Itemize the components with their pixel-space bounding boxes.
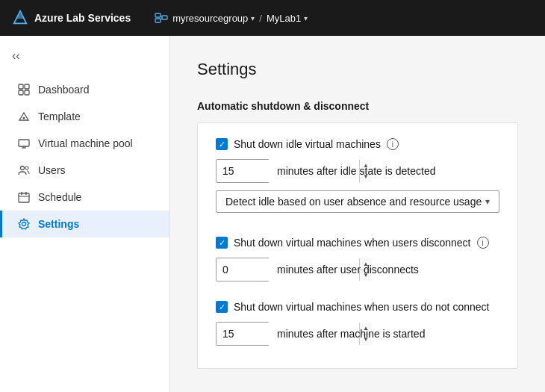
topnav: Azure Lab Services myresourcegroup ▾ / M… (0, 0, 545, 36)
sidebar-label-vm-pool: Virtual machine pool (38, 137, 133, 149)
lab-chevron-icon: ▾ (304, 14, 308, 22)
disconnect-shutdown-info-icon[interactable]: i (477, 237, 489, 249)
idle-minutes-label: minutes after idle state is detected (277, 165, 435, 177)
sidebar-label-dashboard: Dashboard (38, 84, 90, 96)
app-logo: Azure Lab Services (12, 10, 131, 26)
vm-pool-icon (17, 137, 31, 150)
sidebar-nav: Dashboard Template Virtual machine pool … (0, 76, 169, 237)
idle-shutdown-checkbox[interactable] (216, 138, 228, 150)
settings-card: Shut down idle virtual machines i ▲ ▼ mi… (197, 122, 518, 369)
idle-shutdown-label: Shut down idle virtual machines (234, 138, 381, 150)
sidebar-label-schedule: Schedule (38, 191, 81, 203)
svg-point-21 (22, 223, 26, 226)
idle-detect-dropdown-value: Detect idle based on user absence and re… (225, 196, 482, 208)
disconnect-shutdown-row: Shut down virtual machines when users di… (216, 237, 499, 249)
azure-logo-icon (12, 10, 28, 26)
breadcrumb-separator: / (259, 13, 262, 24)
sidebar-label-template: Template (38, 111, 81, 122)
svg-rect-2 (155, 13, 161, 17)
schedule-icon (17, 190, 31, 204)
sidebar-item-dashboard[interactable]: Dashboard (0, 76, 169, 103)
breadcrumb-lab[interactable]: MyLab1 ▾ (267, 13, 308, 24)
app-name: Azure Lab Services (34, 12, 131, 24)
no-connect-minutes-label: minutes after machine is started (277, 328, 425, 340)
svg-point-16 (25, 167, 28, 169)
sidebar-item-settings[interactable]: Settings (0, 211, 169, 237)
idle-detect-dropdown[interactable]: Detect idle based on user absence and re… (216, 190, 499, 213)
users-icon (17, 164, 31, 177)
idle-minutes-row: ▲ ▼ minutes after idle state is detected (216, 159, 499, 183)
svg-rect-4 (162, 16, 167, 19)
sidebar-label-users: Users (38, 164, 66, 176)
svg-point-11 (23, 117, 25, 119)
svg-rect-12 (19, 140, 29, 146)
disconnect-shutdown-label: Shut down virtual machines when users di… (234, 237, 471, 249)
sidebar-item-vm-pool[interactable]: Virtual machine pool (0, 130, 169, 157)
main-content: Settings Automatic shutdown & disconnect… (170, 36, 545, 392)
svg-rect-9 (19, 90, 23, 95)
settings-icon (17, 217, 31, 231)
resource-group-icon (155, 13, 168, 23)
svg-rect-3 (155, 19, 161, 22)
section-title-auto-shutdown: Automatic shutdown & disconnect (197, 100, 518, 112)
no-connect-shutdown-checkbox[interactable] (216, 301, 228, 313)
sidebar-collapse-button[interactable]: ‹‹ (0, 42, 169, 70)
no-connect-shutdown-row: Shut down virtual machines when users do… (216, 301, 499, 313)
disconnect-minutes-row: ▲ ▼ minutes after user disconnects (216, 258, 499, 281)
template-icon (17, 110, 31, 123)
svg-point-15 (21, 167, 25, 170)
disconnect-minutes-input-group[interactable]: ▲ ▼ (216, 258, 270, 281)
breadcrumb: myresourcegroup ▾ / MyLab1 ▾ (155, 13, 308, 24)
svg-rect-17 (19, 193, 29, 202)
dashboard-icon (17, 83, 31, 96)
disconnect-shutdown-checkbox[interactable] (216, 237, 228, 249)
resource-group-chevron-icon: ▾ (251, 14, 255, 22)
main-layout: ‹‹ Dashboard Template Virtual machine po… (0, 36, 545, 392)
sidebar: ‹‹ Dashboard Template Virtual machine po… (0, 36, 170, 392)
svg-rect-7 (19, 84, 23, 89)
breadcrumb-resource-group[interactable]: myresourcegroup ▾ (172, 13, 255, 24)
divider-2 (216, 289, 499, 301)
idle-minutes-input-group[interactable]: ▲ ▼ (216, 159, 270, 183)
sidebar-item-template[interactable]: Template (0, 103, 169, 130)
no-connect-minutes-input-group[interactable]: ▲ ▼ (216, 322, 270, 346)
disconnect-minutes-label: minutes after user disconnects (277, 264, 419, 276)
divider-1 (216, 225, 499, 237)
idle-detect-dropdown-row: Detect idle based on user absence and re… (216, 190, 499, 213)
idle-detect-dropdown-chevron-icon: ▾ (485, 196, 490, 207)
no-connect-shutdown-label: Shut down virtual machines when users do… (234, 301, 489, 313)
page-title: Settings (197, 60, 518, 79)
svg-rect-8 (25, 84, 29, 89)
sidebar-label-settings: Settings (38, 218, 79, 230)
svg-rect-10 (25, 90, 29, 95)
idle-shutdown-info-icon[interactable]: i (387, 138, 399, 150)
sidebar-item-schedule[interactable]: Schedule (0, 184, 169, 211)
no-connect-minutes-row: ▲ ▼ minutes after machine is started (216, 322, 499, 346)
idle-shutdown-row: Shut down idle virtual machines i (216, 138, 499, 150)
sidebar-item-users[interactable]: Users (0, 157, 169, 184)
